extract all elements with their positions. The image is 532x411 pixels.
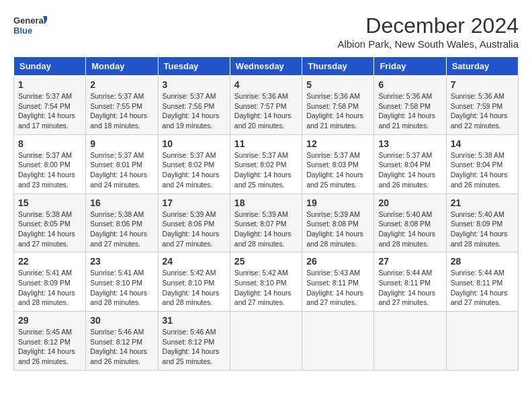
calendar-cell: 16Sunrise: 5:38 AM Sunset: 8:06 PM Dayli… xyxy=(86,193,158,253)
day-header-saturday: Saturday xyxy=(446,57,518,76)
calendar-cell: 2Sunrise: 5:37 AM Sunset: 7:55 PM Daylig… xyxy=(86,76,158,135)
calendar-cell: 22Sunrise: 5:41 AM Sunset: 8:09 PM Dayli… xyxy=(14,253,86,312)
day-number: 11 xyxy=(234,138,298,149)
day-number: 4 xyxy=(234,79,298,90)
day-number: 28 xyxy=(451,256,514,267)
day-number: 16 xyxy=(90,197,153,208)
day-info: Sunrise: 5:36 AM Sunset: 7:59 PM Dayligh… xyxy=(451,91,514,131)
day-info: Sunrise: 5:41 AM Sunset: 8:09 PM Dayligh… xyxy=(18,268,81,308)
day-number: 8 xyxy=(18,138,81,149)
day-info: Sunrise: 5:38 AM Sunset: 8:05 PM Dayligh… xyxy=(18,210,81,249)
day-info: Sunrise: 5:46 AM Sunset: 8:12 PM Dayligh… xyxy=(90,327,153,367)
title-area: December 2024 Albion Park, New South Wal… xyxy=(337,13,519,50)
day-number: 24 xyxy=(163,256,226,267)
day-info: Sunrise: 5:37 AM Sunset: 8:00 PM Dayligh… xyxy=(18,150,81,190)
day-info: Sunrise: 5:38 AM Sunset: 8:06 PM Dayligh… xyxy=(90,210,153,249)
calendar-cell: 10Sunrise: 5:37 AM Sunset: 8:02 PM Dayli… xyxy=(158,134,230,193)
day-info: Sunrise: 5:36 AM Sunset: 7:58 PM Dayligh… xyxy=(306,91,369,131)
day-number: 19 xyxy=(306,197,369,208)
svg-text:Blue: Blue xyxy=(13,26,32,36)
calendar-cell: 27Sunrise: 5:44 AM Sunset: 8:11 PM Dayli… xyxy=(374,253,446,312)
calendar-cell: 5Sunrise: 5:36 AM Sunset: 7:58 PM Daylig… xyxy=(302,76,374,135)
calendar-cell: 9Sunrise: 5:37 AM Sunset: 8:01 PM Daylig… xyxy=(86,134,158,193)
calendar-cell: 3Sunrise: 5:37 AM Sunset: 7:56 PM Daylig… xyxy=(158,76,230,135)
day-info: Sunrise: 5:44 AM Sunset: 8:11 PM Dayligh… xyxy=(378,268,441,308)
calendar-cell: 26Sunrise: 5:43 AM Sunset: 8:11 PM Dayli… xyxy=(302,253,374,312)
day-info: Sunrise: 5:42 AM Sunset: 8:10 PM Dayligh… xyxy=(163,268,226,308)
day-number: 12 xyxy=(306,138,369,149)
day-header-friday: Friday xyxy=(374,57,446,76)
calendar-cell: 8Sunrise: 5:37 AM Sunset: 8:00 PM Daylig… xyxy=(14,134,86,193)
day-info: Sunrise: 5:36 AM Sunset: 7:57 PM Dayligh… xyxy=(234,91,298,131)
day-info: Sunrise: 5:46 AM Sunset: 8:12 PM Dayligh… xyxy=(163,327,226,367)
calendar-cell: 21Sunrise: 5:40 AM Sunset: 8:09 PM Dayli… xyxy=(446,193,518,253)
calendar-cell: 4Sunrise: 5:36 AM Sunset: 7:57 PM Daylig… xyxy=(230,76,302,135)
day-number: 14 xyxy=(451,138,514,149)
calendar-cell: 29Sunrise: 5:45 AM Sunset: 8:12 PM Dayli… xyxy=(14,312,86,371)
day-info: Sunrise: 5:37 AM Sunset: 8:01 PM Dayligh… xyxy=(90,150,153,190)
calendar-cell: 13Sunrise: 5:37 AM Sunset: 8:04 PM Dayli… xyxy=(374,134,446,193)
day-number: 18 xyxy=(234,197,298,208)
day-info: Sunrise: 5:36 AM Sunset: 7:58 PM Dayligh… xyxy=(378,91,441,131)
day-info: Sunrise: 5:37 AM Sunset: 8:04 PM Dayligh… xyxy=(378,150,441,190)
day-info: Sunrise: 5:40 AM Sunset: 8:08 PM Dayligh… xyxy=(378,210,441,249)
calendar-cell: 12Sunrise: 5:37 AM Sunset: 8:03 PM Dayli… xyxy=(302,134,374,193)
calendar-row-4: 22Sunrise: 5:41 AM Sunset: 8:09 PM Dayli… xyxy=(14,253,519,312)
calendar-row-1: 1Sunrise: 5:37 AM Sunset: 7:54 PM Daylig… xyxy=(14,76,519,135)
calendar-cell xyxy=(374,312,446,371)
calendar-row-3: 15Sunrise: 5:38 AM Sunset: 8:05 PM Dayli… xyxy=(14,193,519,253)
calendar-row-5: 29Sunrise: 5:45 AM Sunset: 8:12 PM Dayli… xyxy=(14,312,519,371)
day-header-sunday: Sunday xyxy=(14,57,86,76)
calendar-cell: 24Sunrise: 5:42 AM Sunset: 8:10 PM Dayli… xyxy=(158,253,230,312)
calendar-row-2: 8Sunrise: 5:37 AM Sunset: 8:00 PM Daylig… xyxy=(14,134,519,193)
calendar-subtitle: Albion Park, New South Wales, Australia xyxy=(337,38,519,50)
calendar-title: December 2024 xyxy=(337,13,519,38)
calendar-cell xyxy=(230,312,302,371)
day-info: Sunrise: 5:39 AM Sunset: 8:06 PM Dayligh… xyxy=(163,210,226,249)
day-number: 7 xyxy=(451,79,514,90)
day-number: 3 xyxy=(163,79,226,90)
day-info: Sunrise: 5:44 AM Sunset: 8:11 PM Dayligh… xyxy=(451,268,514,308)
day-info: Sunrise: 5:39 AM Sunset: 8:07 PM Dayligh… xyxy=(234,210,298,249)
day-header-wednesday: Wednesday xyxy=(230,57,302,76)
calendar-cell: 18Sunrise: 5:39 AM Sunset: 8:07 PM Dayli… xyxy=(230,193,302,253)
calendar-cell: 25Sunrise: 5:42 AM Sunset: 8:10 PM Dayli… xyxy=(230,253,302,312)
calendar-cell: 30Sunrise: 5:46 AM Sunset: 8:12 PM Dayli… xyxy=(86,312,158,371)
day-info: Sunrise: 5:45 AM Sunset: 8:12 PM Dayligh… xyxy=(18,327,81,367)
calendar-cell xyxy=(302,312,374,371)
day-info: Sunrise: 5:38 AM Sunset: 8:04 PM Dayligh… xyxy=(451,150,514,190)
day-number: 1 xyxy=(18,79,81,90)
day-number: 31 xyxy=(163,315,226,326)
day-number: 27 xyxy=(378,256,441,267)
day-info: Sunrise: 5:37 AM Sunset: 8:02 PM Dayligh… xyxy=(234,150,298,190)
day-info: Sunrise: 5:41 AM Sunset: 8:10 PM Dayligh… xyxy=(90,268,153,308)
calendar-cell xyxy=(446,312,518,371)
day-info: Sunrise: 5:42 AM Sunset: 8:10 PM Dayligh… xyxy=(234,268,298,308)
day-number: 15 xyxy=(18,197,81,208)
day-number: 26 xyxy=(306,256,369,267)
day-header-thursday: Thursday xyxy=(302,57,374,76)
day-number: 20 xyxy=(378,197,441,208)
day-number: 21 xyxy=(451,197,514,208)
day-number: 22 xyxy=(18,256,81,267)
calendar-cell: 11Sunrise: 5:37 AM Sunset: 8:02 PM Dayli… xyxy=(230,134,302,193)
day-info: Sunrise: 5:37 AM Sunset: 7:54 PM Dayligh… xyxy=(18,91,81,131)
calendar-cell: 1Sunrise: 5:37 AM Sunset: 7:54 PM Daylig… xyxy=(14,76,86,135)
day-number: 5 xyxy=(306,79,369,90)
header-row: SundayMondayTuesdayWednesdayThursdayFrid… xyxy=(14,57,519,76)
day-number: 2 xyxy=(90,79,153,90)
day-header-monday: Monday xyxy=(86,57,158,76)
day-header-tuesday: Tuesday xyxy=(158,57,230,76)
day-info: Sunrise: 5:43 AM Sunset: 8:11 PM Dayligh… xyxy=(306,268,369,308)
logo-svg: General Blue xyxy=(13,13,47,40)
day-info: Sunrise: 5:37 AM Sunset: 7:55 PM Dayligh… xyxy=(90,91,153,131)
day-number: 25 xyxy=(234,256,298,267)
day-info: Sunrise: 5:37 AM Sunset: 8:02 PM Dayligh… xyxy=(163,150,226,190)
day-number: 23 xyxy=(90,256,153,267)
calendar-cell: 15Sunrise: 5:38 AM Sunset: 8:05 PM Dayli… xyxy=(14,193,86,253)
day-number: 30 xyxy=(90,315,153,326)
page-header: General Blue December 2024 Albion Park, … xyxy=(13,13,519,50)
calendar-cell: 17Sunrise: 5:39 AM Sunset: 8:06 PM Dayli… xyxy=(158,193,230,253)
calendar-cell: 19Sunrise: 5:39 AM Sunset: 8:08 PM Dayli… xyxy=(302,193,374,253)
day-number: 10 xyxy=(163,138,226,149)
